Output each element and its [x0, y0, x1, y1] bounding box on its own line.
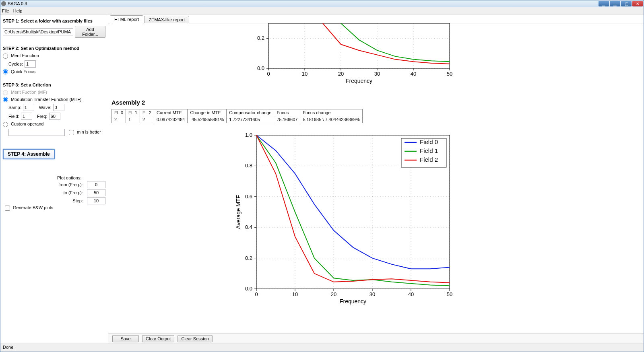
add-folder-button[interactable]: Add Folder...	[75, 26, 105, 38]
table-header: El. 0	[112, 109, 126, 116]
plot-from-input[interactable]	[87, 181, 105, 188]
assembly-table: El. 0El. 1El. 2Current MTFChange in MTFC…	[111, 109, 363, 123]
menu-help[interactable]: Help	[13, 8, 23, 13]
assemble-button[interactable]: STEP 4: Assemble	[3, 149, 55, 159]
minimize-button-aux[interactable]: ▁	[599, 1, 609, 6]
step1-title: STEP 1: Select a folder with assembly fi…	[3, 19, 105, 23]
svg-text:0.2: 0.2	[245, 255, 252, 261]
svg-text:0.4: 0.4	[245, 224, 252, 230]
svg-text:0: 0	[267, 71, 270, 77]
chart-top: 010203040500.00.2Frequency	[244, 23, 640, 88]
cycles-input[interactable]	[25, 60, 36, 68]
field-label: Field:	[8, 114, 19, 119]
table-cell: 2	[112, 116, 126, 123]
svg-text:40: 40	[408, 291, 414, 297]
table-cell: 0.0674232484	[154, 116, 188, 123]
svg-text:0.6: 0.6	[245, 193, 252, 200]
samp-label: Samp:	[8, 105, 21, 110]
custom-operand-input[interactable]	[8, 129, 65, 136]
plot-step-label: Step:	[57, 198, 83, 203]
svg-text:0.8: 0.8	[245, 163, 252, 169]
svg-text:30: 30	[374, 71, 380, 77]
step3-title: STEP 3: Set a Criterion	[3, 82, 105, 87]
step2-title: STEP 2: Set an Optimization method	[3, 46, 105, 51]
svg-text:10: 10	[302, 71, 308, 77]
table-cell: 2	[140, 116, 154, 123]
freq-input[interactable]	[49, 113, 60, 120]
svg-text:Frequency: Frequency	[346, 78, 372, 84]
custom-operand-label: Custom operand	[11, 121, 43, 126]
svg-text:Field 2: Field 2	[420, 156, 438, 163]
plot-from-label: from (Freq.):	[57, 182, 83, 187]
statusbar: Done	[0, 344, 644, 352]
table-header: Compensator change	[227, 109, 274, 116]
svg-text:0.0: 0.0	[245, 286, 252, 292]
titlebar: SAGA 0.3 ▁ ▁ ▢ ✕	[0, 0, 644, 7]
assembly-title: Assembly 2	[111, 99, 640, 106]
svg-text:20: 20	[338, 71, 344, 77]
svg-rect-8	[268, 23, 450, 68]
wave-input[interactable]	[53, 104, 64, 111]
svg-text:50: 50	[447, 291, 452, 297]
plot-step-input[interactable]	[87, 197, 105, 204]
min-is-better-label: min is better	[77, 130, 101, 134]
app-icon	[1, 1, 6, 6]
cycles-label: Cycles:	[8, 62, 23, 66]
plot-to-label: to (Freq.):	[57, 190, 83, 195]
svg-text:0.0: 0.0	[257, 65, 264, 71]
table-header: El. 1	[126, 109, 140, 116]
samp-input[interactable]	[23, 104, 34, 111]
folder-path-input[interactable]	[3, 28, 73, 35]
plot-to-input[interactable]	[87, 189, 105, 196]
table-cell: 1	[126, 116, 140, 123]
svg-text:50: 50	[447, 71, 452, 77]
table-cell: 75.166607	[274, 116, 300, 123]
table-cell: 1.72277341605	[227, 116, 274, 123]
bw-plots-checkbox[interactable]: Generate B&W plots	[5, 205, 53, 211]
tab-zemax-report[interactable]: ZEMAX-like report	[144, 16, 189, 23]
svg-text:Field 1: Field 1	[420, 147, 438, 154]
wave-label: Wave:	[39, 105, 52, 110]
mf-label: Merit Fuction (MF)	[11, 90, 47, 95]
table-header: Change in MTF	[188, 109, 227, 116]
freq-label: Freq:	[37, 114, 47, 119]
menubar: File Help	[0, 7, 644, 14]
close-button[interactable]: ✕	[632, 1, 643, 6]
table-header: El. 2	[140, 109, 154, 116]
quick-focus-label: Quick Focus	[11, 69, 35, 74]
svg-text:0.2: 0.2	[257, 35, 264, 41]
merit-function-label: Merit Function	[11, 53, 39, 58]
window-title: SAGA 0.3	[8, 1, 27, 6]
sidebar: STEP 1: Select a folder with assembly fi…	[0, 14, 108, 344]
svg-text:0: 0	[255, 291, 258, 297]
tab-html-report[interactable]: HTML report	[110, 15, 143, 23]
tabs: HTML report ZEMAX-like report	[108, 14, 644, 23]
svg-text:30: 30	[369, 291, 375, 297]
bw-plots-label: Generate B&W plots	[13, 205, 53, 210]
save-button[interactable]: Save	[112, 335, 139, 342]
svg-text:20: 20	[331, 291, 336, 297]
clear-output-button[interactable]: Clear Output	[142, 335, 174, 342]
mtf-label: Modulation Transfer Function (MTF)	[11, 97, 81, 102]
menu-file[interactable]: File	[2, 8, 9, 13]
report-area[interactable]: 010203040500.00.2Frequency Assembly 2 El…	[108, 23, 644, 333]
mtf-radio[interactable]: Modulation Transfer Function (MTF)	[3, 97, 82, 103]
table-header: Focus change	[300, 109, 362, 116]
merit-function-radio[interactable]: Merit Function	[3, 53, 39, 59]
quick-focus-radio[interactable]: Quick Focus	[3, 69, 35, 75]
table-header: Focus	[274, 109, 300, 116]
minimize-button[interactable]: ▁	[610, 1, 620, 6]
field-input[interactable]	[21, 113, 32, 120]
min-is-better-checkbox[interactable]: min is better	[69, 130, 101, 135]
plot-options-title: Plot options:	[57, 175, 105, 180]
svg-text:10: 10	[292, 291, 298, 297]
svg-text:Field 0: Field 0	[420, 138, 438, 145]
chart-main: 010203040500.00.20.40.60.81.0FrequencyAv…	[228, 131, 640, 308]
maximize-button[interactable]: ▢	[621, 1, 632, 6]
custom-operand-radio[interactable]: Custom operand	[3, 121, 43, 127]
table-cell: 5.181985 \ 7.40446236889%	[300, 116, 362, 123]
clear-session-button[interactable]: Clear Session	[178, 335, 212, 342]
mf-radio: Merit Fuction (MF)	[3, 90, 47, 95]
svg-text:Frequency: Frequency	[340, 298, 366, 305]
svg-text:40: 40	[411, 71, 416, 77]
